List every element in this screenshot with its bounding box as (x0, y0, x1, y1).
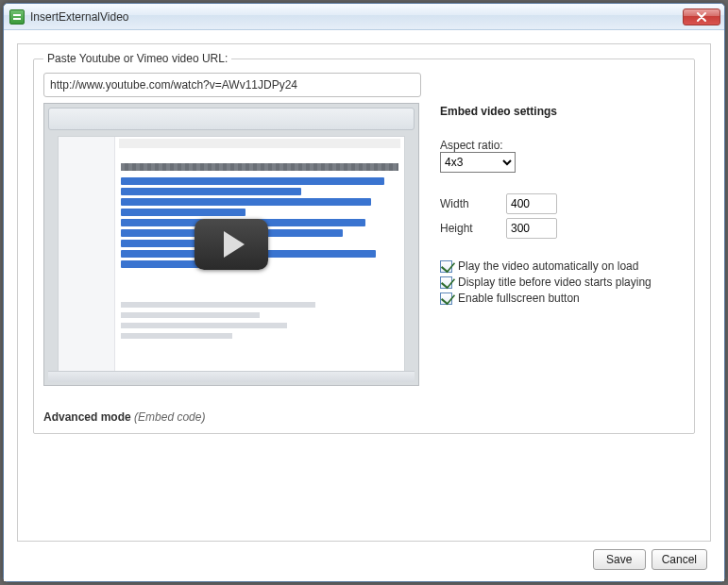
video-preview[interactable] (43, 103, 419, 386)
display-title-checkbox[interactable] (440, 276, 452, 289)
autoplay-label: Play the video automatically on load (458, 259, 638, 273)
height-label: Height (440, 222, 506, 235)
url-fieldset: Paste Youtube or Vimeo video URL: (33, 52, 695, 434)
autoplay-checkbox[interactable] (440, 260, 452, 273)
titlebar[interactable]: InsertExternalVideo (4, 4, 724, 30)
video-url-input[interactable] (43, 73, 421, 97)
width-input[interactable] (506, 193, 557, 214)
url-legend: Paste Youtube or Vimeo video URL: (43, 52, 231, 65)
play-icon (195, 219, 268, 270)
fullscreen-checkbox[interactable] (440, 292, 452, 305)
dialog-window: InsertExternalVideo Paste Youtube or Vim… (3, 3, 725, 582)
window-title: InsertExternalVideo (30, 10, 129, 24)
client-area: Paste Youtube or Vimeo video URL: (4, 30, 724, 581)
aspect-ratio-label: Aspect ratio: (440, 139, 685, 152)
button-bar: Save Cancel (17, 542, 711, 572)
content-frame: Paste Youtube or Vimeo video URL: (17, 43, 711, 542)
save-button[interactable]: Save (593, 549, 646, 570)
height-input[interactable] (506, 218, 557, 239)
advanced-mode-label: Advanced mode (43, 410, 131, 424)
close-icon (697, 12, 706, 22)
advanced-mode-toggle[interactable]: Advanced mode (Embed code) (43, 410, 685, 424)
aspect-ratio-select[interactable]: 4x3 (440, 152, 516, 173)
fullscreen-label: Enable fullscreen button (458, 292, 580, 305)
display-title-label: Display title before video starts playin… (458, 276, 652, 289)
settings-heading: Embed video settings (440, 105, 685, 118)
width-label: Width (440, 197, 506, 210)
advanced-mode-hint: (Embed code) (134, 410, 205, 424)
app-icon (9, 9, 25, 25)
cancel-button[interactable]: Cancel (652, 549, 707, 570)
close-button[interactable] (683, 8, 720, 25)
settings-panel: Embed video settings Aspect ratio: 4x3 W… (440, 103, 685, 386)
